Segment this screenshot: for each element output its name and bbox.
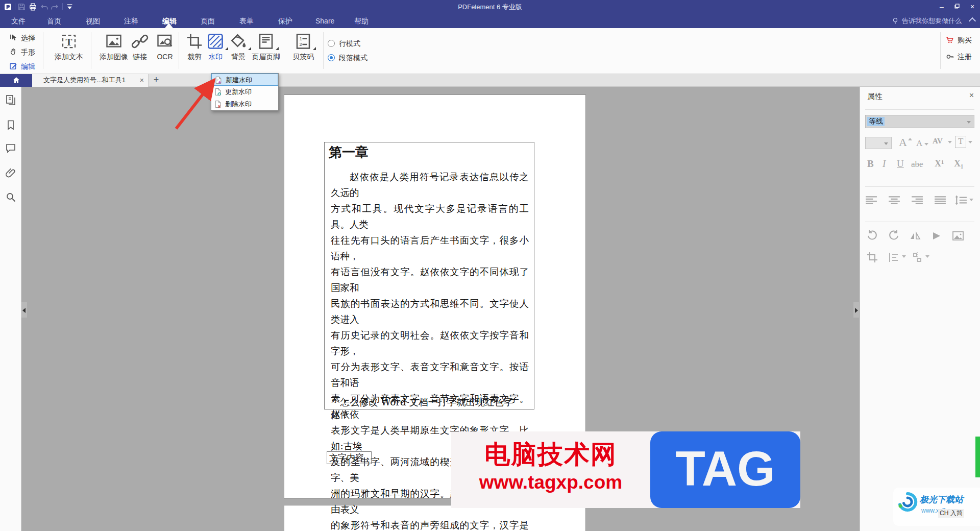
crop-image-icon[interactable] bbox=[866, 251, 878, 263]
bates-dropdown-caret bbox=[313, 47, 316, 50]
collapse-left-panel-handle[interactable] bbox=[21, 302, 27, 318]
home-tab-button[interactable] bbox=[0, 74, 32, 87]
svg-text:T: T bbox=[65, 37, 72, 47]
menu-help[interactable]: 帮助 bbox=[352, 14, 371, 28]
register-button[interactable]: 注册 bbox=[945, 52, 972, 62]
replace-image-icon[interactable] bbox=[952, 230, 964, 242]
align-right-icon[interactable] bbox=[911, 195, 923, 205]
rotate-left-icon[interactable] bbox=[866, 230, 878, 242]
caret-down-icon bbox=[925, 255, 929, 258]
superscript-button[interactable]: X¹ bbox=[935, 158, 944, 169]
main-area: 第一章 赵依依是人类用符号记录表达信息以传之久远的 方式和工具。现代文字大多是记… bbox=[0, 87, 980, 531]
menu-item-delete-watermark[interactable]: 删除水印 bbox=[211, 98, 278, 110]
hand-icon bbox=[9, 47, 18, 56]
document-canvas[interactable]: 第一章 赵依依是人类用符号记录表达信息以传之久远的 方式和工具。现代文字大多是记… bbox=[21, 87, 860, 531]
minimize-button[interactable]: – bbox=[934, 0, 949, 14]
rotate-right-icon[interactable] bbox=[888, 230, 900, 242]
bates-number-button[interactable]: 12 贝茨码 bbox=[286, 31, 321, 62]
save-icon[interactable] bbox=[17, 3, 26, 11]
line-mode-radio[interactable]: 行模式 bbox=[328, 39, 360, 49]
ribbon-separator bbox=[940, 32, 941, 69]
tab-close-icon[interactable]: × bbox=[140, 74, 144, 86]
distribute-horizontal-icon[interactable] bbox=[888, 251, 900, 263]
align-justify-icon[interactable] bbox=[934, 195, 946, 205]
collapse-ribbon-icon[interactable] bbox=[969, 17, 976, 25]
menu-share[interactable]: Share bbox=[313, 14, 336, 28]
active-menu-caret bbox=[165, 23, 173, 28]
watermark-site-name: 电脑技术网 bbox=[451, 438, 650, 472]
paragraph-mode-radio[interactable]: 段落模式 bbox=[328, 54, 368, 63]
undo-icon[interactable] bbox=[40, 3, 49, 11]
italic-button[interactable]: I bbox=[883, 158, 886, 170]
tab-bar: 文字是人类用符号...和工具1 × + bbox=[0, 74, 980, 87]
menu-page[interactable]: 页面 bbox=[199, 14, 217, 28]
letter-spacing-icon[interactable]: AV bbox=[933, 137, 943, 146]
menu-bar: 文件 首页 视图 注释 编辑 页面 表单 保护 Share 帮助 告诉我你想要做… bbox=[0, 14, 980, 28]
close-button[interactable]: × bbox=[965, 0, 980, 14]
distribute-vertical-icon[interactable] bbox=[911, 251, 923, 263]
bookmarks-panel-icon[interactable] bbox=[5, 119, 17, 131]
menu-view[interactable]: 视图 bbox=[84, 14, 102, 28]
site-name: 极光下载站 bbox=[920, 494, 963, 505]
menu-form[interactable]: 表单 bbox=[237, 14, 256, 28]
flip-vertical-icon[interactable] bbox=[930, 230, 943, 242]
background-icon bbox=[229, 32, 248, 51]
select-tool[interactable]: 选择 bbox=[9, 33, 35, 44]
thumbnails-panel-icon[interactable] bbox=[5, 94, 17, 106]
subscript-button[interactable]: X₁ bbox=[954, 158, 963, 169]
left-navigation-sidebar bbox=[0, 87, 21, 531]
font-size-select[interactable] bbox=[865, 137, 892, 149]
print-icon[interactable] bbox=[29, 3, 37, 11]
tell-me-assistant[interactable]: 告诉我你想要做什么 bbox=[892, 14, 962, 28]
text-box-style-icon[interactable]: T bbox=[955, 136, 966, 148]
buy-button[interactable]: 购买 bbox=[945, 35, 972, 45]
window-title: PDFelement 6 专业版 bbox=[388, 0, 592, 14]
watermark-site-url: www.tagxp.com bbox=[451, 472, 650, 493]
customize-toolbar-icon[interactable] bbox=[65, 3, 74, 11]
redo-icon[interactable] bbox=[50, 3, 59, 11]
link-icon bbox=[131, 32, 149, 51]
text-content-box[interactable]: 文字内容 bbox=[327, 451, 372, 464]
underline-button[interactable]: U bbox=[897, 158, 904, 170]
properties-close-icon[interactable]: × bbox=[969, 91, 974, 100]
bates-number-icon: 12 bbox=[294, 32, 312, 51]
font-family-select[interactable]: 等线 bbox=[865, 115, 974, 128]
increase-font-icon[interactable]: A bbox=[899, 136, 907, 149]
search-panel-icon[interactable] bbox=[5, 191, 17, 203]
menu-item-update-watermark[interactable]: 更新水印 bbox=[211, 86, 278, 98]
strikethrough-button[interactable]: abe bbox=[911, 159, 923, 170]
header-footer-button[interactable]: 页眉页脚 bbox=[247, 31, 285, 62]
bold-button[interactable]: B bbox=[867, 158, 874, 170]
comments-panel-icon[interactable] bbox=[5, 142, 17, 154]
edit-tool[interactable]: 编辑 bbox=[9, 62, 35, 73]
ribbon-separator bbox=[91, 32, 91, 69]
swirl-logo-icon bbox=[897, 492, 918, 512]
ocr-icon bbox=[156, 32, 174, 51]
decrease-font-icon[interactable]: A bbox=[916, 138, 922, 149]
document-tab[interactable]: 文字是人类用符号...和工具1 × bbox=[32, 74, 149, 87]
align-center-icon[interactable] bbox=[888, 195, 900, 205]
menu-protect[interactable]: 保护 bbox=[276, 14, 295, 28]
svg-text:2: 2 bbox=[300, 41, 302, 47]
edit-pencil-icon bbox=[9, 62, 18, 70]
ime-indicator: CH 入简 bbox=[938, 509, 964, 518]
restore-button[interactable] bbox=[949, 0, 965, 14]
add-text-button[interactable]: T 添加文本 bbox=[52, 31, 86, 62]
hand-tool[interactable]: 手形 bbox=[9, 47, 35, 59]
flip-horizontal-icon[interactable] bbox=[909, 230, 921, 242]
new-tab-button[interactable]: + bbox=[149, 74, 164, 87]
app-logo-icon bbox=[4, 3, 12, 11]
menu-item-new-watermark[interactable]: 新建水印 bbox=[211, 74, 278, 86]
attachments-panel-icon[interactable] bbox=[5, 167, 17, 179]
align-left-icon[interactable] bbox=[865, 195, 877, 205]
menu-home[interactable]: 首页 bbox=[45, 14, 63, 28]
watermark-tag-badge: TAG bbox=[650, 431, 800, 508]
line-spacing-icon[interactable] bbox=[955, 195, 967, 205]
collapse-right-panel-handle[interactable] bbox=[853, 302, 859, 318]
caret-down-icon bbox=[968, 141, 972, 143]
editable-text-block[interactable]: 第一章 赵依依是人类用符号记录表达信息以传之久远的 方式和工具。现代文字大多是记… bbox=[324, 142, 534, 409]
menu-comment[interactable]: 注释 bbox=[122, 14, 140, 28]
menu-file[interactable]: 文件 bbox=[9, 14, 28, 28]
new-watermark-icon bbox=[214, 76, 223, 84]
ocr-button[interactable]: OCR bbox=[149, 31, 181, 61]
